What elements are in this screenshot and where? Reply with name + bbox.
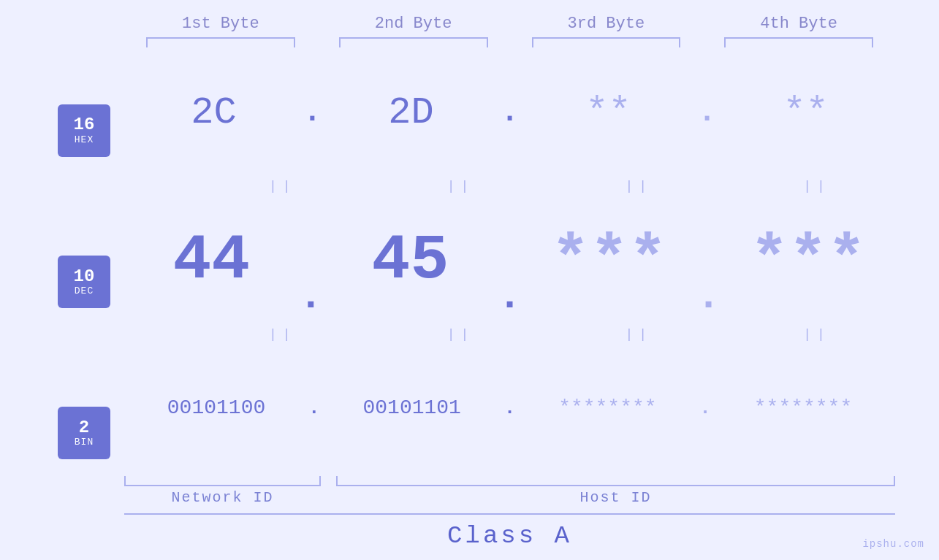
byte2-label: 2nd Byte xyxy=(317,15,510,33)
byte2-top-bracket xyxy=(339,37,488,47)
dec-dot1: . xyxy=(299,273,324,320)
bin-byte3: ******** xyxy=(515,396,699,419)
eq2-b2: || xyxy=(383,326,539,343)
eq1-b2: || xyxy=(383,177,539,195)
bottom-labels-row: Network ID Host ID xyxy=(124,489,895,506)
eq-divider-2: || || || || xyxy=(205,326,895,343)
hex-dot3: . xyxy=(698,95,716,130)
byte3-top-bracket xyxy=(532,37,681,47)
bin-byte4: ******** xyxy=(711,396,895,419)
hex-byte2: 2D xyxy=(322,91,501,134)
bin-byte2: 00101101 xyxy=(320,396,504,419)
bin-dot2: . xyxy=(504,397,516,419)
byte3-bracket-unit: 3rd Byte xyxy=(510,15,703,47)
watermark: ipshu.com xyxy=(862,538,924,550)
hex-badge-label: HEX xyxy=(75,135,94,145)
dec-byte4: *** xyxy=(721,224,895,296)
badges-column: 16 HEX 10 DEC 2 BIN xyxy=(44,47,124,553)
dec-badge-label: DEC xyxy=(75,286,94,296)
full-bottom-line xyxy=(124,513,895,515)
bin-badge: 2 BIN xyxy=(58,407,110,459)
bin-byte1: 00101100 xyxy=(124,396,308,419)
byte1-label: 1st Byte xyxy=(124,15,317,33)
hex-byte4: ** xyxy=(716,91,895,134)
dec-badge: 10 DEC xyxy=(58,256,110,308)
byte4-bracket-unit: 4th Byte xyxy=(702,15,895,47)
host-id-label: Host ID xyxy=(336,489,895,506)
byte1-top-bracket xyxy=(146,37,295,47)
main-container: 1st Byte 2nd Byte 3rd Byte 4th Byte 16 H… xyxy=(0,0,939,560)
bottom-brackets-area: Network ID Host ID Class A xyxy=(124,476,895,550)
dec-badge-number: 10 xyxy=(74,267,95,286)
dec-dot2: . xyxy=(498,273,522,320)
dec-dot3: . xyxy=(696,273,721,320)
values-area: 2C . 2D . ** . ** || || || || 44 xyxy=(124,47,895,553)
dec-byte2: 45 xyxy=(323,224,498,296)
eq2-b4: || xyxy=(739,326,895,343)
byte2-bracket-unit: 2nd Byte xyxy=(317,15,510,47)
hex-dot1: . xyxy=(303,95,322,130)
dec-row: 44 . 45 . *** . *** xyxy=(124,195,895,325)
bin-dot1: . xyxy=(308,397,320,419)
top-brackets-row: 1st Byte 2nd Byte 3rd Byte 4th Byte xyxy=(124,15,895,47)
dec-byte1: 44 xyxy=(124,224,299,296)
eq1-b4: || xyxy=(739,177,895,195)
hex-row: 2C . 2D . ** . ** xyxy=(124,47,895,177)
hex-badge: 16 HEX xyxy=(58,104,110,157)
bin-badge-label: BIN xyxy=(75,437,94,448)
class-label: Class A xyxy=(124,522,895,550)
bottom-bracket-lines xyxy=(124,476,895,486)
bin-badge-number: 2 xyxy=(79,418,89,437)
hex-byte3: ** xyxy=(519,91,698,134)
hex-badge-number: 16 xyxy=(74,115,95,134)
byte4-label: 4th Byte xyxy=(702,15,895,33)
hex-byte1: 2C xyxy=(124,91,303,134)
eq2-b3: || xyxy=(561,326,718,343)
eq1-b1: || xyxy=(205,177,361,195)
network-id-bracket-line xyxy=(124,476,321,486)
host-id-bracket-line xyxy=(336,476,895,486)
eq-divider-1: || || || || xyxy=(205,177,895,195)
byte1-bracket-unit: 1st Byte xyxy=(124,15,317,47)
network-id-label: Network ID xyxy=(124,489,321,506)
hex-dot2: . xyxy=(501,95,519,130)
dec-byte3: *** xyxy=(522,224,696,296)
eq1-b3: || xyxy=(561,177,718,195)
byte4-top-bracket xyxy=(724,37,873,47)
bin-row: 00101100 . 00101101 . ******** . *******… xyxy=(124,343,895,473)
eq2-b1: || xyxy=(205,326,361,343)
bin-dot3: . xyxy=(699,397,711,419)
byte3-label: 3rd Byte xyxy=(510,15,703,33)
main-body: 16 HEX 10 DEC 2 BIN 2C . 2D . ** . ** xyxy=(44,47,895,553)
